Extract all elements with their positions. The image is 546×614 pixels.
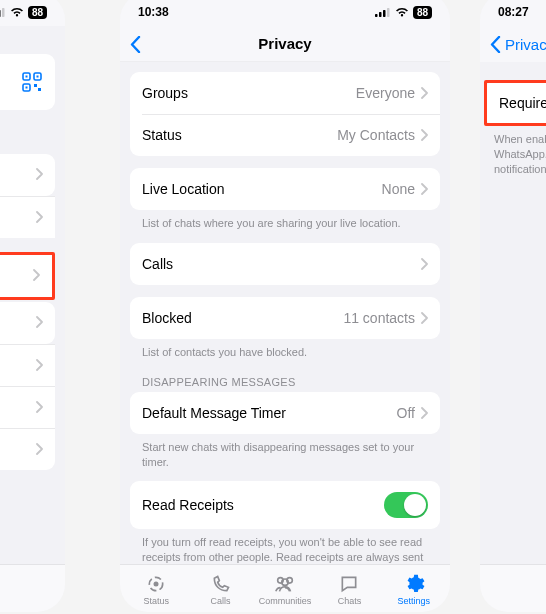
row-label: Calls [142, 256, 421, 272]
row-label: Default Message Timer [142, 405, 397, 421]
row-groups[interactable]: Groups Everyone [130, 72, 440, 114]
group-disappearing: Default Message Timer Off [130, 392, 440, 434]
phone-middle: 10:38 88 Privacy Groups Everyone Status … [120, 0, 450, 612]
row-label: Groups [142, 85, 356, 101]
qr-icon[interactable] [21, 71, 43, 93]
chevron-right-icon [36, 209, 43, 227]
wifi-icon [395, 7, 409, 17]
row-default-timer[interactable]: Default Message Timer Off [130, 392, 440, 434]
settings-row-4[interactable] [0, 344, 55, 386]
tab-settings[interactable]: Settings [382, 573, 446, 606]
svg-rect-15 [387, 8, 390, 17]
tab-bar: Status [480, 564, 546, 612]
row-blocked[interactable]: Blocked 11 contacts [130, 297, 440, 339]
settings-row-3[interactable] [0, 302, 55, 344]
chevron-right-icon [36, 314, 43, 332]
settings-row-privacy[interactable] [0, 255, 52, 297]
svg-rect-14 [383, 10, 386, 17]
tab-communities[interactable]: Communities [253, 573, 317, 606]
chevron-right-icon [421, 183, 428, 195]
svg-rect-10 [34, 84, 37, 87]
gear-icon [403, 573, 425, 595]
communities-icon [274, 573, 296, 595]
group-live-location: Live Location None [130, 168, 440, 210]
back-button[interactable]: Privacy [490, 36, 546, 53]
signal-icon [375, 7, 391, 17]
row-label: Read Receipts [142, 497, 384, 513]
back-button[interactable] [130, 26, 141, 62]
row-live-location[interactable]: Live Location None [130, 168, 440, 210]
svg-rect-9 [26, 87, 28, 89]
settings-row-profile[interactable] [0, 54, 55, 110]
row-read-receipts: Read Receipts [130, 481, 440, 529]
status-time: 08:27 [498, 5, 529, 19]
group-read-receipts: Read Receipts [130, 481, 440, 529]
row-label: Live Location [142, 181, 382, 197]
tab-settings[interactable]: Settings [0, 573, 61, 606]
row-value: 11 contacts [343, 310, 415, 326]
row-label: Status [142, 127, 337, 143]
row-label: Require Fac [499, 95, 546, 111]
tab-label: Settings [398, 596, 431, 606]
chevron-right-icon [36, 357, 43, 375]
svg-rect-12 [375, 14, 378, 17]
svg-point-17 [154, 582, 159, 587]
footer-live: List of chats where you are sharing your… [130, 210, 440, 231]
chevron-right-icon [36, 441, 43, 459]
phone-right: 08:27 Privacy Require Fac When enabled W… [480, 0, 546, 612]
svg-rect-5 [26, 76, 28, 78]
footer-read-receipts: If you turn off read receipts, you won't… [130, 529, 440, 564]
tab-bar: Status Calls Communities Chats Settings [120, 564, 450, 612]
group-calls: Calls [130, 243, 440, 285]
highlighted-row [0, 252, 55, 300]
tab-label: Communities [259, 596, 312, 606]
chevron-left-icon [490, 36, 501, 53]
highlight-require-face: Require Fac [484, 80, 546, 126]
svg-rect-7 [37, 76, 39, 78]
battery-icon: 88 [28, 6, 47, 19]
row-label: Blocked [142, 310, 343, 326]
chevron-right-icon [33, 267, 40, 285]
tab-bar: Settings [0, 564, 65, 612]
chevron-right-icon [421, 258, 428, 270]
back-label: Privacy [505, 36, 546, 53]
row-status[interactable]: Status My Contacts [130, 114, 440, 156]
nav-header: Privacy [480, 26, 546, 62]
svg-rect-11 [38, 88, 41, 91]
battery-icon: 88 [413, 6, 432, 19]
tab-chats[interactable]: Chats [317, 573, 381, 606]
group-visibility: Groups Everyone Status My Contacts [130, 72, 440, 156]
row-value: None [382, 181, 415, 197]
settings-row-2[interactable] [0, 196, 55, 238]
svg-rect-13 [379, 12, 382, 17]
status-icons: 88 [0, 6, 47, 19]
tab-label: Calls [211, 596, 231, 606]
chevron-right-icon [421, 312, 428, 324]
tab-calls[interactable]: Calls [188, 573, 252, 606]
signal-icon [0, 7, 6, 17]
settings-row-5[interactable] [0, 386, 55, 428]
row-value: My Contacts [337, 127, 415, 143]
row-require-face[interactable]: Require Fac [487, 83, 546, 123]
settings-scroll[interactable]: Groups Everyone Status My Contacts Live … [120, 62, 450, 564]
status-icons: 88 [375, 6, 432, 19]
status-bar: 08:27 [480, 0, 546, 26]
row-value: Everyone [356, 85, 415, 101]
chevron-right-icon [36, 399, 43, 417]
phone-icon [211, 573, 231, 595]
read-receipts-toggle[interactable] [384, 492, 428, 518]
row-calls[interactable]: Calls [130, 243, 440, 285]
settings-row-6[interactable] [0, 428, 55, 470]
status-icon [146, 573, 166, 595]
tab-status[interactable]: Status [484, 573, 546, 606]
tab-status[interactable]: Status [124, 573, 188, 606]
footer-require-face: When enabled WhatsApp. Yo notifications … [480, 126, 546, 177]
svg-rect-3 [2, 8, 5, 17]
status-time: 10:38 [138, 5, 169, 19]
tab-label: Status [143, 596, 169, 606]
chevron-right-icon [421, 129, 428, 141]
chevron-right-icon [421, 407, 428, 419]
settings-row-1[interactable] [0, 154, 55, 196]
chevron-right-icon [421, 87, 428, 99]
status-bar: 88 [0, 0, 65, 26]
